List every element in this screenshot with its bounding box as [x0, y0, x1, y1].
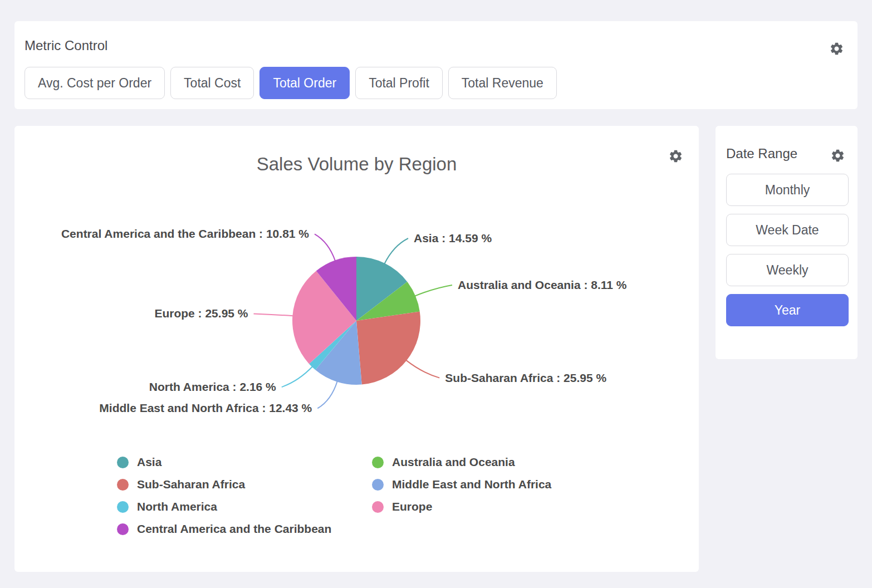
pie-slice-sub-saharan-africa[interactable] [356, 311, 420, 384]
legend-swatch-icon [372, 479, 384, 491]
pie-label-leader-line [406, 360, 439, 378]
legend-label: Central America and the Caribbean [137, 522, 331, 536]
pie-slice-label: Asia : 14.59 % [414, 232, 492, 244]
date-range-button-weekly[interactable]: Weekly [726, 254, 849, 286]
pie-slice-label: Middle East and North Africa : 12.43 % [99, 401, 312, 414]
pie-slice-label: Central America and the Caribbean : 10.8… [61, 227, 309, 240]
metric-button-total-revenue[interactable]: Total Revenue [448, 67, 557, 99]
pie-slice-label: North America : 2.16 % [149, 380, 276, 393]
date-range-button-group: MonthlyWeek DateWeeklyYear [726, 174, 849, 326]
date-range-button-year[interactable]: Year [726, 294, 849, 326]
legend-label: Middle East and North Africa [392, 478, 551, 491]
legend-swatch-icon [117, 501, 129, 513]
pie-label-leader-line [315, 234, 335, 261]
chart-legend: AsiaAustralia and OceaniaSub-Saharan Afr… [117, 455, 551, 536]
metric-control-panel: Metric Control Avg. Cost per OrderTotal … [14, 21, 858, 109]
settings-gear-icon[interactable] [829, 41, 844, 56]
legend-item-north-america[interactable]: North America [117, 500, 372, 513]
date-range-button-week-date[interactable]: Week Date [726, 214, 849, 246]
metric-button-total-cost[interactable]: Total Cost [170, 67, 254, 99]
metric-button-group: Avg. Cost per OrderTotal CostTotal Order… [25, 67, 557, 99]
pie-label-leader-line [282, 366, 312, 387]
legend-swatch-icon [117, 523, 129, 535]
gear-glyph [829, 41, 844, 56]
legend-label: Europe [392, 500, 432, 513]
settings-gear-icon[interactable] [830, 148, 845, 163]
legend-item-asia[interactable]: Asia [117, 455, 372, 469]
legend-swatch-icon [117, 457, 129, 468]
pie-slice-label: Europe : 25.95 % [154, 307, 248, 320]
legend-item-middle-east-and-north-africa[interactable]: Middle East and North Africa [372, 478, 551, 491]
pie-label-leader-line [317, 381, 337, 409]
legend-swatch-icon [117, 479, 129, 491]
legend-swatch-icon [372, 501, 384, 513]
pie-chart[interactable]: Asia : 14.59 %Australia and Oceania : 8.… [14, 182, 699, 449]
metric-control-title: Metric Control [25, 38, 107, 53]
settings-gear-icon[interactable] [668, 149, 683, 164]
date-range-panel: Date Range MonthlyWeek DateWeeklyYear [716, 126, 858, 359]
legend-swatch-icon [372, 457, 384, 468]
pie-label-leader-line [415, 285, 452, 296]
legend-item-europe[interactable]: Europe [372, 500, 551, 513]
legend-label: Asia [137, 455, 161, 469]
chart-title: Sales Volume by Region [14, 154, 699, 175]
pie-slice-label: Australia and Oceania : 8.11 % [458, 278, 627, 291]
date-range-button-monthly[interactable]: Monthly [726, 174, 849, 206]
gear-glyph [830, 148, 845, 163]
pie-slice-label: Sub-Saharan Africa : 25.95 % [445, 371, 606, 384]
legend-label: North America [137, 500, 217, 513]
date-range-title: Date Range [726, 146, 797, 161]
legend-item-central-america-and-the-caribbean[interactable]: Central America and the Caribbean [117, 522, 372, 536]
legend-label: Sub-Saharan Africa [137, 478, 245, 491]
metric-button-total-order[interactable]: Total Order [259, 67, 350, 99]
pie-label-leader-line [384, 238, 408, 264]
legend-label: Australia and Oceania [392, 455, 515, 469]
legend-item-sub-saharan-africa[interactable]: Sub-Saharan Africa [117, 478, 372, 491]
sales-volume-chart-panel: Sales Volume by Region Asia : 14.59 %Aus… [14, 126, 699, 572]
metric-button-total-profit[interactable]: Total Profit [355, 67, 443, 99]
legend-item-australia-and-oceania[interactable]: Australia and Oceania [372, 455, 551, 469]
metric-button-avg-cost-per-order[interactable]: Avg. Cost per Order [25, 67, 165, 99]
gear-glyph [668, 149, 683, 164]
pie-label-leader-line [254, 313, 293, 316]
